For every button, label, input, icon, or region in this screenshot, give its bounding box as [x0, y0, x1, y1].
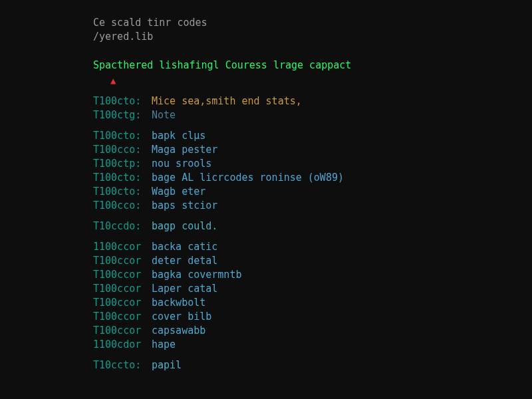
row-value: Laper catal [152, 282, 217, 296]
row-tag: T100cto: [93, 129, 152, 143]
row-value: hape [152, 338, 176, 352]
terminal-screen: Ce scald tinr codes /yered.lib Spacthere… [0, 0, 532, 399]
log-group: T100cto:bapk clµsT100cco:Maga pesterT100… [93, 129, 532, 213]
row-value: backa catic [152, 240, 217, 254]
row-tag: T100ccor [93, 324, 152, 338]
log-row: T100ccorcapsawabb [93, 324, 532, 338]
row-tag: T100ccor [93, 268, 152, 282]
log-row: T100ccorbagka covermntb [93, 268, 532, 282]
row-tag: T100ctp: [93, 157, 152, 171]
log-row: T100cto:Wagb eter [93, 185, 532, 199]
section-title: Spacthered lishafingl Couress lrage capp… [93, 59, 532, 72]
row-tag: T100cco: [93, 143, 152, 157]
row-value: baps stcior [152, 199, 217, 213]
row-value: bage AL licrcodes roninse (oW89) [152, 171, 344, 185]
log-row: T100cco:baps stcior [93, 199, 532, 213]
log-row: T100ccorcover bilb [93, 310, 532, 324]
log-group: 1100ccorbacka caticT100ccordeter detalT1… [93, 240, 532, 352]
row-value: papil [152, 358, 182, 372]
row-value: cover bilb [152, 310, 211, 324]
row-tag: T100ccor [93, 282, 152, 296]
log-row: 1100cdorhape [93, 338, 532, 352]
row-tag: 1100cdor [93, 338, 152, 352]
log-group: T10ccdo:bagp could. [93, 219, 532, 233]
log-group: T10ccto:papil [93, 358, 532, 372]
row-value: deter detal [152, 254, 217, 268]
log-row: T100cto:bage AL licrcodes roninse (oW89) [93, 171, 532, 185]
log-row: 1100ccorbacka catic [93, 240, 532, 254]
log-row: T100ctp:nou srools [93, 157, 532, 171]
row-tag: T100ctg: [93, 108, 152, 122]
row-tag: T100cto: [93, 94, 152, 108]
log-row: T10ccdo:bagp could. [93, 219, 532, 233]
row-tag: T100ccor [93, 296, 152, 310]
log-row: T100cco:Maga pester [93, 143, 532, 157]
row-value: bagp could. [152, 219, 217, 233]
warning-row: ▲ [93, 74, 532, 88]
row-value: bapk clµs [152, 129, 205, 143]
row-value: bagka covermntb [152, 268, 241, 282]
log-row: T100ccorbackwbolt [93, 296, 532, 310]
log-row: T100cto:bapk clµs [93, 129, 532, 143]
warning-icon: ▲ [110, 74, 116, 88]
row-value: Mice sea,smith end stats, [152, 94, 302, 108]
row-tag: T100cto: [93, 171, 152, 185]
row-tag: T10ccto: [93, 358, 152, 372]
row-value: Maga pester [152, 143, 217, 157]
row-value: Wagb eter [152, 185, 205, 199]
log-group: T100cto:Mice sea,smith end stats,T100ctg… [93, 94, 532, 122]
header-line-1: Ce scald tinr codes [93, 16, 532, 30]
log-row: T100ccorLaper catal [93, 282, 532, 296]
row-value: Note [152, 108, 176, 122]
log-row: T100ccordeter detal [93, 254, 532, 268]
log-row: T100cto:Mice sea,smith end stats, [93, 94, 532, 108]
row-value: nou srools [152, 157, 211, 171]
row-tag: T100cco: [93, 199, 152, 213]
row-tag: T100ccor [93, 254, 152, 268]
header-line-2: /yered.lib [93, 30, 532, 44]
log-row: T100ctg:Note [93, 108, 532, 122]
row-tag: T10ccdo: [93, 219, 152, 233]
row-tag: 1100ccor [93, 240, 152, 254]
row-tag: T100cto: [93, 185, 152, 199]
log-row: T10ccto:papil [93, 358, 532, 372]
log-listing: T100cto:Mice sea,smith end stats,T100ctg… [93, 94, 532, 372]
row-value: backwbolt [152, 296, 205, 310]
row-tag: T100ccor [93, 310, 152, 324]
row-value: capsawabb [152, 324, 205, 338]
